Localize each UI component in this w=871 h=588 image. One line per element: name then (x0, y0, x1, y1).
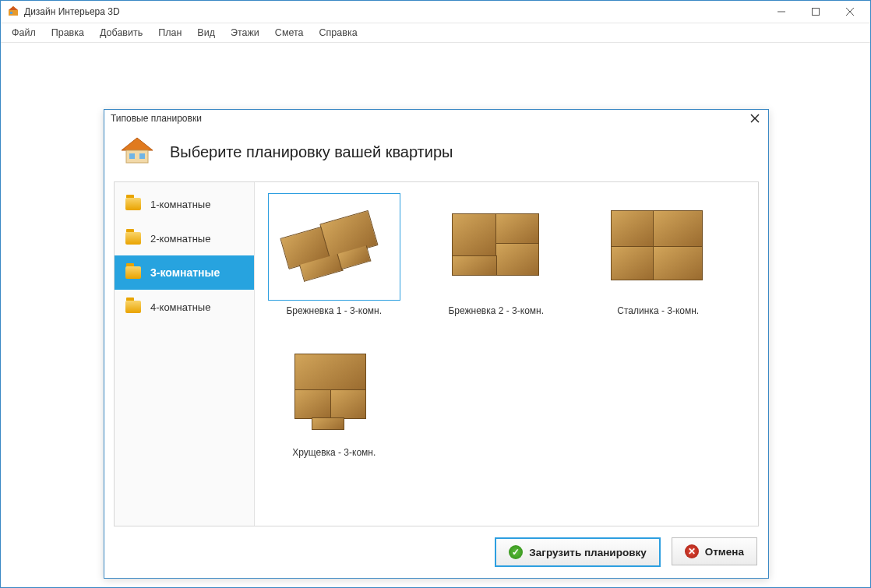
menu-estimate[interactable]: Смета (267, 25, 312, 40)
sidebar-item-1room[interactable]: 1-комнатные (115, 187, 254, 221)
menu-view[interactable]: Вид (189, 25, 223, 40)
menu-add[interactable]: Добавить (92, 25, 150, 40)
folder-icon (125, 198, 141, 210)
layout-card[interactable]: Брежневка 2 - 3-комн. (431, 193, 562, 316)
svg-rect-12 (139, 153, 145, 159)
menubar: Файл Правка Добавить План Вид Этажи Смет… (1, 23, 870, 43)
menu-help[interactable]: Справка (312, 25, 365, 40)
titlebar: Дизайн Интерьера 3D (1, 1, 870, 23)
layout-card[interactable]: Сталинка - 3-комн. (593, 193, 724, 316)
layout-caption: Сталинка - 3-комн. (617, 305, 699, 316)
category-sidebar: 1-комнатные 2-комнатные 3-комнатные 4-ко… (115, 182, 255, 526)
window-maximize-button[interactable] (799, 1, 833, 23)
window-close-button[interactable] (833, 1, 867, 23)
folder-icon (125, 266, 141, 279)
menu-plan[interactable]: План (150, 25, 189, 40)
checkmark-icon: ✓ (509, 545, 523, 559)
svg-rect-11 (129, 153, 135, 159)
sidebar-item-2room[interactable]: 2-комнатные (115, 221, 254, 255)
layout-caption: Брежневка 2 - 3-комн. (448, 305, 544, 316)
menu-file[interactable]: Файл (4, 25, 44, 40)
dialog-title: Типовые планировки (111, 113, 202, 124)
folder-icon (125, 232, 141, 245)
folder-icon (125, 301, 141, 313)
dialog-heading: Выберите планировку вашей квартиры (170, 143, 453, 161)
sidebar-item-3room[interactable]: 3-комнатные (115, 255, 254, 290)
app-icon (7, 5, 19, 19)
button-label: Отмена (705, 546, 744, 558)
close-icon (750, 114, 760, 123)
svg-rect-4 (813, 9, 820, 16)
layout-caption: Брежневка 1 - 3-комн. (286, 305, 382, 316)
svg-rect-2 (10, 12, 12, 14)
cancel-icon: ✕ (685, 544, 699, 558)
main-area: BOXPROGRAMS.RU Типовые планировки (1, 43, 870, 587)
sidebar-item-label: 2-комнатные (150, 233, 210, 245)
app-window: Дизайн Интерьера 3D Файл Правка Добавить… (0, 0, 871, 588)
layout-grid: Брежневка 1 - 3-комн. Брежневка 2 - 3-ко… (255, 182, 758, 526)
cancel-button[interactable]: ✕ Отмена (672, 537, 757, 565)
layout-card[interactable]: Брежневка 1 - 3-комн. (269, 193, 400, 316)
layout-thumbnail (268, 193, 400, 301)
close-icon (846, 8, 854, 16)
button-label: Загрузить планировку (529, 547, 646, 558)
dialog-standard-layouts: Типовые планировки Выберите планировку в… (104, 109, 769, 579)
dialog-buttons: ✓ Загрузить планировку ✕ Отмена (104, 526, 768, 578)
dialog-titlebar: Типовые планировки (104, 110, 768, 127)
minimize-icon (778, 8, 785, 16)
maximize-icon (812, 8, 820, 16)
sidebar-item-label: 1-комнатные (150, 199, 210, 210)
layout-thumbnail (592, 193, 725, 301)
sidebar-item-4room[interactable]: 4-комнатные (115, 290, 254, 324)
load-layout-button[interactable]: ✓ Загрузить планировку (495, 537, 660, 567)
layout-card[interactable]: Хрущевка - 3-комн. (269, 335, 400, 458)
layout-caption: Хрущевка - 3-комн. (292, 447, 376, 458)
layout-thumbnail (268, 335, 400, 442)
app-title: Дизайн Интерьера 3D (24, 6, 120, 17)
dialog-body: 1-комнатные 2-комнатные 3-комнатные 4-ко… (114, 181, 759, 526)
dialog-close-button[interactable] (746, 111, 763, 126)
house-icon (118, 135, 156, 169)
dialog-header: Выберите планировку вашей квартиры (104, 127, 768, 181)
sidebar-item-label: 4-комнатные (150, 301, 210, 313)
svg-marker-1 (9, 6, 18, 10)
menu-edit[interactable]: Правка (44, 25, 92, 40)
menu-floors[interactable]: Этажи (223, 25, 267, 40)
window-minimize-button[interactable] (764, 1, 799, 23)
svg-marker-9 (122, 138, 153, 150)
sidebar-item-label: 3-комнатные (150, 266, 220, 279)
layout-thumbnail (430, 193, 562, 301)
